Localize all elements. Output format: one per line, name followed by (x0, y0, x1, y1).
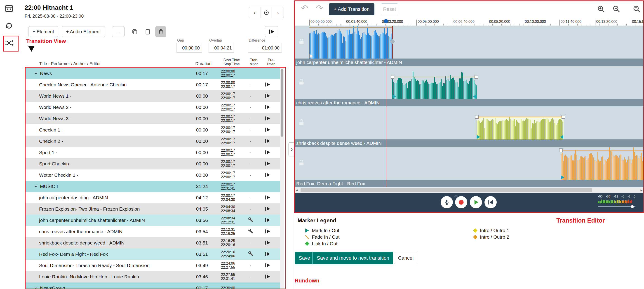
fade-handle-left[interactable] (391, 75, 394, 79)
fade-handle-right[interactable] (474, 75, 478, 79)
track-lane[interactable] (294, 66, 644, 99)
wrench-icon[interactable] (248, 229, 253, 234)
table-row[interactable]: Checkin News Opener - Antenne Checkin00:… (26, 79, 280, 90)
mark-in-marker[interactable] (561, 175, 564, 180)
table-row[interactable]: Checkin 2 -00:0022:00:1722:00:17- (26, 136, 280, 147)
fade-line[interactable] (476, 116, 564, 117)
zoom-out-icon[interactable] (612, 5, 620, 14)
copy-button[interactable] (129, 26, 140, 37)
mark-in-marker[interactable] (477, 135, 480, 139)
current-hour-button[interactable] (260, 7, 272, 18)
prelisten-button[interactable] (258, 240, 276, 246)
volume-slider-thumb[interactable] (631, 205, 634, 208)
chevron-down-icon[interactable] (34, 71, 38, 76)
prelisten-button[interactable] (258, 172, 276, 179)
paste-button[interactable] (142, 26, 153, 37)
overlap-value[interactable]: 00:04:21 (208, 43, 234, 53)
gap-value[interactable]: 00:00:00 (176, 43, 202, 53)
prelisten-button[interactable] (258, 251, 276, 258)
group-row[interactable]: MUSIC I31:2422:00:1722:31:41 (26, 181, 280, 192)
cancel-button[interactable]: Cancel (394, 252, 417, 264)
table-row[interactable]: Louie Rankin- No Move Hip Hop - Louie Ra… (26, 271, 280, 282)
unlock-icon[interactable] (298, 78, 305, 87)
scroll-left-icon[interactable]: ◄ (294, 187, 300, 193)
table-row[interactable]: john carpenter unheimliche shattenlichte… (26, 215, 280, 226)
prelisten-button[interactable] (258, 228, 276, 235)
table-scrollbar[interactable] (280, 68, 284, 289)
audio-clip[interactable] (560, 147, 644, 180)
prelisten-button[interactable] (258, 104, 276, 111)
fade-handle-left[interactable] (559, 148, 563, 152)
history-icon[interactable] (4, 21, 14, 31)
fade-line[interactable] (392, 76, 476, 77)
add-element-button[interactable]: + Element (28, 26, 58, 37)
audio-clip[interactable] (476, 107, 564, 140)
table-row[interactable]: World News 1 -00:0022:00:1722:00:17- (26, 90, 280, 102)
record-button[interactable] (455, 196, 467, 208)
prelisten-button[interactable] (258, 206, 276, 213)
add-audio-element-button[interactable]: + Audio Element (62, 26, 105, 37)
more-options-button[interactable]: ... (112, 26, 125, 37)
table-row[interactable]: Wetter Checkin 1 -00:0022:00:1722:00:17- (26, 170, 280, 181)
table-row[interactable]: Checkin 1 -00:0022:00:1722:00:17- (26, 124, 280, 136)
table-row[interactable]: Sport 1 -00:0022:00:1722:00:17- (26, 147, 280, 158)
mark-out-marker[interactable] (560, 135, 563, 139)
prelisten-button[interactable] (258, 81, 276, 88)
fade-line[interactable] (309, 27, 392, 28)
prelisten-button[interactable] (258, 138, 276, 145)
prelisten-button[interactable] (258, 115, 276, 122)
playhead-line[interactable] (386, 26, 386, 187)
volume-slider[interactable] (598, 205, 636, 208)
prelisten-button[interactable] (258, 126, 276, 134)
prelisten-button[interactable] (258, 93, 276, 100)
chevron-down-icon[interactable] (34, 184, 38, 189)
play-button[interactable] (470, 196, 482, 208)
audio-clip[interactable] (392, 66, 476, 99)
timeline-ruler[interactable]: 00:00:00.00000:01:40.00000:03:20.00000:0… (294, 18, 644, 26)
table-row[interactable]: john carpenter das ding - ADMIN04:1222:0… (26, 192, 280, 203)
save-button[interactable]: Save (295, 252, 313, 264)
table-row[interactable]: Red Fox- Dem a Fight - Red Fox03:5122:20… (26, 248, 280, 260)
table-row[interactable]: shriekback despite dense weed - ADMIN03:… (26, 237, 280, 248)
clip-start-marker[interactable] (310, 54, 313, 58)
wrench-icon[interactable] (248, 252, 253, 257)
unlock-icon[interactable] (298, 159, 305, 168)
table-row[interactable]: chris reeves after the romance - ADMIN03… (26, 226, 280, 237)
prelisten-button[interactable] (258, 194, 276, 201)
table-row[interactable]: Soul DImension- Thrash an Ready - Soul D… (26, 260, 280, 271)
wrench-icon[interactable] (248, 218, 253, 223)
timeline-scrollbar[interactable]: ◄ ► (294, 187, 644, 193)
fade-handle-right[interactable] (562, 115, 565, 119)
prev-hour-button[interactable]: ‹ (249, 7, 260, 18)
scroll-right-icon[interactable]: ► (639, 187, 644, 193)
delete-button[interactable] (155, 26, 166, 37)
chevron-down-icon[interactable] (34, 286, 38, 289)
table-row[interactable]: Frozen Explosion- Two JIma - Frozen Expl… (26, 203, 280, 215)
mark-in-marker[interactable] (392, 94, 396, 98)
track-lane[interactable] (294, 26, 644, 58)
mark-out-marker[interactable] (473, 94, 476, 98)
skip-start-button[interactable] (484, 196, 497, 208)
zoom-in-icon[interactable] (597, 5, 605, 14)
table-scrollbar-thumb[interactable] (281, 69, 283, 137)
table-row[interactable]: Sport Checkin -00:0022:00:1722:00:17- (26, 158, 280, 170)
lock-icon[interactable] (298, 38, 305, 46)
track-lane[interactable] (294, 107, 644, 140)
save-next-transition-button[interactable]: Save and move to next transition (313, 252, 393, 264)
panel-expander[interactable]: › (288, 142, 295, 156)
prelisten-button[interactable] (258, 274, 276, 280)
prelisten-button[interactable] (258, 217, 276, 224)
next-hour-button[interactable]: › (272, 7, 284, 18)
add-transition-button[interactable]: + Add Transition (329, 4, 374, 15)
difference-value[interactable]: − 01:00:00 (248, 43, 282, 53)
prelisten-button[interactable] (258, 149, 276, 156)
group-row[interactable]: News00:1722:00:0022:00:17 (26, 68, 280, 79)
undo-icon[interactable]: ↶ (301, 3, 308, 13)
mic-button[interactable] (441, 196, 453, 208)
audio-clip[interactable] (309, 26, 393, 58)
table-row[interactable]: World News 3 -00:0022:00:1722:00:17- (26, 113, 280, 124)
calendar-icon[interactable] (4, 3, 14, 13)
table-row[interactable]: World News 2 -00:0022:00:1722:00:17- (26, 102, 280, 113)
prelisten-button[interactable] (258, 262, 276, 269)
reset-button[interactable]: Reset (381, 4, 398, 15)
